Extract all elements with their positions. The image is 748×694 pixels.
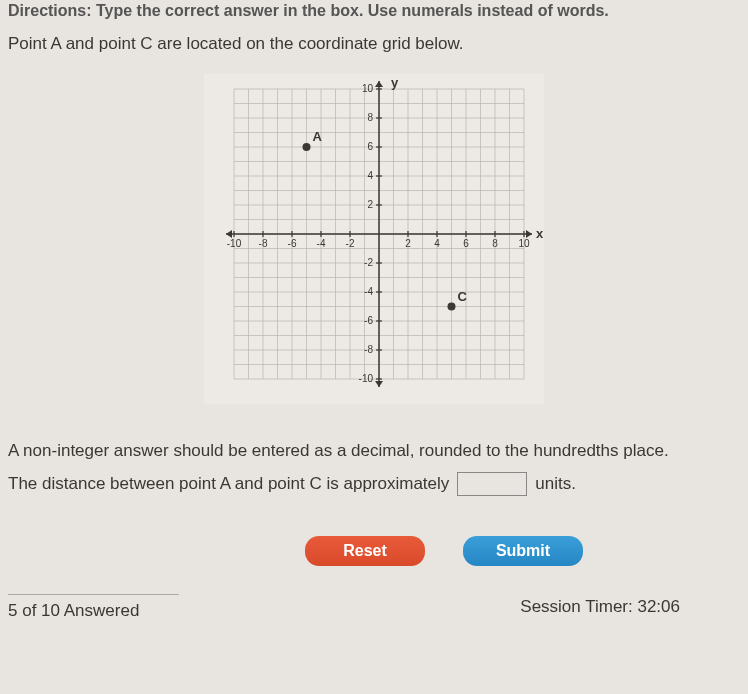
submit-button[interactable]: Submit [463,536,583,566]
svg-text:-6: -6 [364,315,373,326]
svg-text:y: y [391,75,399,90]
svg-marker-45 [226,230,232,238]
answer-suffix: units. [535,474,576,494]
svg-text:-10: -10 [227,238,242,249]
svg-text:-6: -6 [288,238,297,249]
svg-text:-8: -8 [259,238,268,249]
answer-prefix: The distance between point A and point C… [8,474,449,494]
coordinate-grid: -10-8-6-4-2246810-10-8-6-4-2246810yxAC [204,74,544,404]
answer-input[interactable] [457,472,527,496]
progress-text: 5 of 10 Answered [8,594,179,621]
button-row: Reset Submit [0,536,748,566]
svg-text:4: 4 [434,238,440,249]
svg-text:-2: -2 [364,257,373,268]
svg-marker-44 [526,230,532,238]
svg-point-92 [448,303,456,311]
session-timer: Session Timer: 32:06 [520,597,740,617]
svg-text:6: 6 [367,141,373,152]
reset-button[interactable]: Reset [305,536,425,566]
svg-text:-10: -10 [359,373,374,384]
svg-text:10: 10 [518,238,530,249]
svg-text:-4: -4 [364,286,373,297]
svg-marker-46 [375,81,383,87]
svg-point-90 [303,143,311,151]
svg-text:6: 6 [463,238,469,249]
svg-text:8: 8 [367,112,373,123]
svg-text:x: x [536,226,544,241]
coordinate-grid-container: -10-8-6-4-2246810-10-8-6-4-2246810yxAC [0,74,748,404]
svg-marker-47 [375,381,383,387]
svg-text:C: C [458,289,468,304]
svg-text:8: 8 [492,238,498,249]
svg-text:A: A [313,129,323,144]
svg-text:-2: -2 [346,238,355,249]
question-text: Point A and point C are located on the c… [0,22,748,66]
svg-text:2: 2 [405,238,411,249]
hint-text: A non-integer answer should be entered a… [0,434,748,468]
directions-text: Directions: Type the correct answer in t… [0,0,748,22]
answer-line: The distance between point A and point C… [0,468,748,500]
svg-text:-4: -4 [317,238,326,249]
svg-text:10: 10 [362,83,374,94]
svg-text:-8: -8 [364,344,373,355]
svg-text:4: 4 [367,170,373,181]
footer: 5 of 10 Answered Session Timer: 32:06 [0,594,748,621]
svg-text:2: 2 [367,199,373,210]
